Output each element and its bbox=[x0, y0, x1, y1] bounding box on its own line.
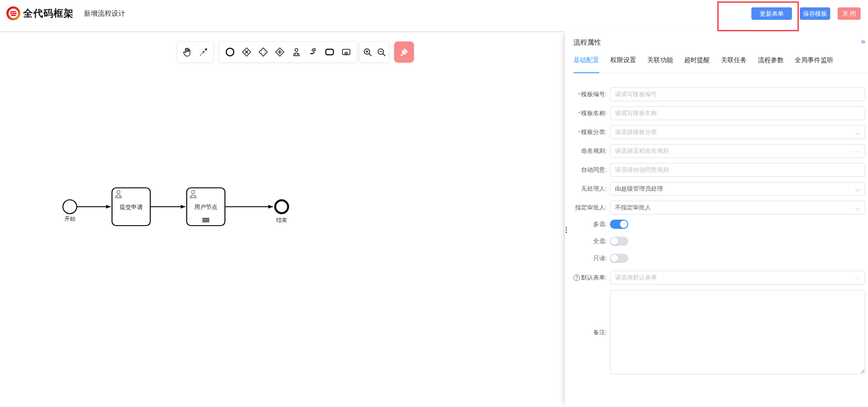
page-title: 新增流程设计 bbox=[84, 9, 125, 18]
read-only-switch[interactable] bbox=[610, 254, 628, 263]
input-placeholder: 请选择流程命名规则 bbox=[615, 147, 669, 155]
field-label: 指定审批人: bbox=[575, 204, 607, 212]
chevron-down-icon bbox=[856, 187, 859, 191]
field-template-code: *模板编号: 请填写模板编号 bbox=[568, 87, 865, 101]
update-form-button[interactable]: 更新表单 bbox=[751, 7, 792, 20]
field-label: 模板名称: bbox=[581, 109, 607, 117]
node-start-event[interactable]: 开始 bbox=[63, 200, 77, 222]
node-task-user[interactable]: 用户节点 bbox=[187, 188, 225, 226]
field-default-form: ?默认表单: 请选择默认表单 ... bbox=[568, 271, 865, 285]
close-button[interactable]: 关 闭 bbox=[838, 7, 861, 20]
switch-knob bbox=[611, 255, 618, 262]
properties-panel: 流程属性 » 基础配置 权限设置 关联功能 超时提醒 关联任务 流程参数 全局事… bbox=[565, 31, 868, 407]
select-all-switch[interactable] bbox=[610, 237, 628, 246]
required-asterisk: * bbox=[578, 91, 580, 98]
field-auto-agree: 自动同意: 请选择自动同意规则 bbox=[568, 163, 865, 177]
header-actions: 更新表单 保存模板 关 闭 bbox=[751, 7, 861, 20]
required-asterisk: * bbox=[578, 110, 580, 117]
template-category-select[interactable]: 请选择模板分类 bbox=[610, 125, 865, 139]
input-placeholder: 请填写模板名称 bbox=[615, 109, 657, 117]
no-handler-select[interactable]: 由超级管理员处理 bbox=[610, 182, 865, 196]
bpmn-diagram: 开始 提交申请 用户节点 bbox=[0, 32, 565, 407]
panel-tabs: 基础配置 权限设置 关联功能 超时提醒 关联任务 流程参数 全局事件监听 bbox=[573, 56, 868, 73]
collapse-panel-icon[interactable]: » bbox=[861, 37, 864, 46]
tab-related-tasks[interactable]: 关联任务 bbox=[721, 56, 747, 73]
bpmn-canvas[interactable]: 开始 提交申请 用户节点 bbox=[0, 31, 565, 407]
field-label: 模板分类: bbox=[581, 128, 607, 136]
select-placeholder: 请选择模板分类 bbox=[615, 128, 657, 136]
field-label: 全选: bbox=[593, 237, 607, 245]
node-label: 结束 bbox=[276, 217, 287, 223]
tab-global-event-listener[interactable]: 全局事件监听 bbox=[795, 56, 833, 73]
default-form-input[interactable]: 请选择默认表单 ... bbox=[610, 271, 865, 285]
node-label: 提交申请 bbox=[120, 204, 143, 210]
field-label: 命名规则: bbox=[581, 147, 607, 155]
required-asterisk: * bbox=[578, 129, 580, 136]
template-code-input[interactable]: 请填写模板编号 bbox=[610, 87, 865, 101]
field-read-only: 只读: bbox=[568, 254, 865, 263]
field-label: 无处理人: bbox=[581, 185, 607, 193]
field-label: 备注: bbox=[593, 328, 607, 337]
chevron-down-icon bbox=[856, 206, 859, 210]
node-task-submit[interactable]: 提交申请 bbox=[112, 188, 150, 226]
tab-permission-settings[interactable]: 权限设置 bbox=[610, 56, 636, 73]
input-placeholder: 请填写模板编号 bbox=[615, 90, 657, 99]
ellipsis-icon[interactable]: ... bbox=[854, 273, 860, 280]
help-icon: ? bbox=[573, 274, 580, 281]
panel-resize-handle[interactable] bbox=[566, 227, 567, 233]
select-value: 由超级管理员处理 bbox=[615, 185, 663, 193]
switch-knob bbox=[611, 238, 618, 245]
field-remark: 备注: bbox=[568, 290, 865, 374]
input-placeholder: 请选择默认表单 bbox=[615, 273, 657, 282]
multi-instance-marker bbox=[202, 219, 209, 222]
tab-process-parameters[interactable]: 流程参数 bbox=[758, 56, 784, 73]
field-no-handler: 无处理人: 由超级管理员处理 bbox=[568, 182, 865, 196]
template-name-input[interactable]: 请填写模板名称 bbox=[610, 106, 865, 120]
node-label: 开始 bbox=[65, 215, 76, 222]
panel-title: 流程属性 bbox=[573, 38, 601, 47]
workflow-designer-page: 全代码框架 新增流程设计 更新表单 保存模板 关 闭 bbox=[0, 0, 868, 407]
save-template-button[interactable]: 保存模板 bbox=[800, 7, 830, 20]
field-template-category: *模板分类: 请选择模板分类 bbox=[568, 125, 865, 139]
tab-basic-config[interactable]: 基础配置 bbox=[573, 56, 599, 73]
app-header: 全代码框架 新增流程设计 更新表单 保存模板 关 闭 bbox=[0, 0, 868, 31]
naming-rule-input[interactable]: 请选择流程命名规则 ... bbox=[610, 144, 865, 158]
select-value: 不指定审批人 bbox=[615, 204, 651, 212]
node-label: 用户节点 bbox=[195, 204, 218, 210]
tab-timeout-reminder[interactable]: 超时提醒 bbox=[684, 56, 710, 73]
field-label: 默认表单: bbox=[581, 273, 607, 282]
brand-logo-icon bbox=[6, 6, 21, 21]
field-label: 多选: bbox=[593, 220, 607, 228]
chevron-down-icon bbox=[856, 131, 859, 134]
remark-textarea[interactable] bbox=[610, 290, 865, 374]
brand-name: 全代码框架 bbox=[23, 7, 74, 20]
switch-knob bbox=[620, 221, 627, 228]
ellipsis-icon[interactable]: ... bbox=[854, 146, 860, 153]
assigned-approver-select[interactable]: 不指定审批人 bbox=[610, 201, 865, 215]
field-multi-select: 多选: bbox=[568, 220, 865, 229]
field-select-all: 全选: bbox=[568, 237, 865, 246]
field-label: 模板编号: bbox=[581, 90, 607, 99]
basic-config-form: *模板编号: 请填写模板编号 *模板名称: 请填写模板名称 *模板分类: 请选择… bbox=[568, 87, 865, 379]
field-label: 自动同意: bbox=[581, 166, 607, 174]
tab-related-functions[interactable]: 关联功能 bbox=[647, 56, 673, 73]
input-placeholder: 请选择自动同意规则 bbox=[615, 166, 669, 174]
node-end-event[interactable]: 结束 bbox=[275, 200, 288, 223]
multi-select-switch[interactable] bbox=[610, 220, 628, 229]
field-label: 只读: bbox=[593, 254, 607, 262]
auto-agree-input[interactable]: 请选择自动同意规则 bbox=[610, 163, 865, 177]
field-naming-rule: 命名规则: 请选择流程命名规则 ... bbox=[568, 144, 865, 158]
field-template-name: *模板名称: 请填写模板名称 bbox=[568, 106, 865, 120]
field-assigned-approver: 指定审批人: 不指定审批人 bbox=[568, 201, 865, 215]
